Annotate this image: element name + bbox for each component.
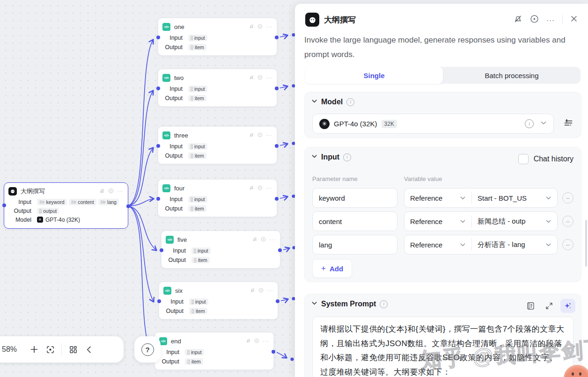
reference-mode-select[interactable]: Reference — [404, 194, 471, 202]
input-port[interactable] — [2, 203, 6, 207]
edge-one-out[interactable] — [280, 36, 287, 37]
row-label: Input — [159, 298, 184, 305]
more-options-icon[interactable]: ··· — [546, 16, 555, 24]
mute-node-icon[interactable] — [514, 14, 522, 25]
tab-single[interactable]: Single — [305, 67, 443, 84]
reference-value-select[interactable]: 分析语言 - lang — [472, 240, 557, 249]
help-button[interactable]: ? — [134, 336, 161, 362]
node-mute-icon[interactable] — [249, 22, 254, 31]
chat-history-checkbox[interactable] — [518, 154, 529, 164]
edge-four-out[interactable] — [280, 197, 287, 199]
output-port[interactable] — [275, 36, 279, 39]
output-port[interactable] — [278, 248, 282, 252]
input-port[interactable] — [156, 144, 160, 148]
node-run-icon[interactable] — [257, 184, 263, 192]
input-port[interactable] — [157, 299, 161, 303]
output-port[interactable] — [275, 197, 279, 201]
node-more-icon[interactable]: ··· — [267, 288, 273, 293]
edge-two-out[interactable] — [280, 87, 287, 88]
reference-mode-select[interactable]: Reference — [404, 241, 471, 249]
output-port[interactable] — [126, 204, 130, 208]
model-info-icon[interactable]: i — [525, 119, 534, 128]
tab-batch-processing[interactable]: Batch processing — [443, 67, 581, 84]
auto-layout-button[interactable] — [65, 341, 81, 357]
reference-mode-select[interactable]: Reference — [404, 218, 471, 225]
add-parameter-button[interactable]: + Add — [312, 259, 352, 278]
edge-llm-to-two[interactable] — [128, 91, 153, 206]
node-mute-icon[interactable] — [246, 337, 251, 345]
node-llm-outline-writer[interactable]: 大纲撰写 ··· Input Strkeyword Strcontent Str… — [4, 182, 128, 229]
panel-scrollbar[interactable] — [585, 220, 587, 267]
param-name-input[interactable] — [312, 211, 397, 231]
fit-view-button[interactable] — [42, 341, 58, 357]
zoom-in-button[interactable] — [26, 341, 42, 357]
input-port[interactable] — [160, 248, 163, 252]
output-port[interactable] — [272, 350, 275, 354]
node-more-icon[interactable]: ··· — [263, 338, 269, 344]
remove-row-button[interactable]: − — [562, 192, 573, 203]
node-mute-icon[interactable] — [99, 187, 105, 196]
node-more-icon[interactable]: ··· — [266, 185, 272, 191]
node-more-icon[interactable]: ··· — [266, 24, 272, 29]
zoom-level[interactable]: 58% — [2, 345, 26, 354]
param-name-input[interactable] — [312, 188, 397, 208]
node-mute-icon[interactable] — [250, 286, 255, 295]
node-code-two[interactable]: </> two ··· Input[]input Output{}item — [158, 69, 277, 107]
llm-model-value: GPT-4o (32K) — [45, 217, 80, 223]
test-run-icon[interactable] — [530, 14, 539, 25]
ai-optimize-button[interactable] — [560, 299, 575, 313]
node-mute-icon[interactable] — [249, 184, 254, 192]
edge-six-out[interactable] — [281, 299, 288, 301]
edge-five-out[interactable] — [283, 248, 289, 250]
node-more-icon[interactable]: ··· — [117, 188, 124, 194]
chevron-down-icon[interactable] — [311, 98, 317, 106]
input-port[interactable] — [156, 197, 160, 201]
minimap-toggle-button[interactable] — [81, 341, 97, 357]
close-panel-icon[interactable] — [570, 15, 578, 24]
model-settings-icon[interactable] — [563, 117, 573, 130]
node-more-icon[interactable]: ··· — [266, 132, 272, 138]
node-run-icon[interactable] — [254, 337, 259, 345]
reference-value-select[interactable]: Start - BOT_US — [472, 194, 557, 202]
param-name-input[interactable] — [312, 235, 397, 254]
node-title: six — [175, 287, 246, 294]
node-more-icon[interactable]: ··· — [266, 75, 272, 80]
chevron-down-icon[interactable] — [311, 300, 317, 308]
node-code-one[interactable]: </> one ··· Input[]input Output{}item — [158, 18, 277, 56]
node-mute-icon[interactable] — [249, 73, 254, 82]
chevron-down-icon[interactable] — [311, 153, 317, 161]
node-code-end[interactable]: </> end ··· Input[]input Output{}item — [154, 332, 274, 370]
node-run-icon[interactable] — [257, 131, 263, 139]
output-port[interactable] — [276, 299, 279, 303]
input-port[interactable] — [156, 87, 160, 90]
reference-value-select[interactable]: 新闻总结 - outp — [472, 217, 557, 226]
remove-row-button[interactable]: − — [562, 216, 573, 227]
node-run-icon[interactable] — [257, 22, 263, 31]
expand-icon[interactable] — [542, 299, 557, 313]
node-code-four[interactable]: </> four ··· Input[]input Output{}item — [158, 179, 277, 217]
node-mute-icon[interactable] — [249, 131, 254, 139]
node-code-three[interactable]: </> three ··· Input[]input Output{}item — [158, 126, 277, 164]
remove-row-button[interactable]: − — [562, 239, 573, 250]
node-run-icon[interactable] — [108, 187, 114, 196]
node-run-icon[interactable] — [257, 73, 263, 82]
llm-output-label: Output — [4, 208, 31, 214]
node-code-five[interactable]: </> five ··· Input[]input Output{}item — [161, 231, 280, 268]
output-port[interactable] — [275, 87, 279, 90]
prompt-library-icon[interactable] — [523, 299, 538, 313]
input-port[interactable] — [156, 36, 160, 39]
model-select[interactable]: ✳ GPT-4o (32K) 32K i — [312, 114, 554, 134]
output-port[interactable] — [275, 144, 279, 148]
node-run-icon[interactable] — [258, 286, 264, 295]
system-prompt-textarea[interactable]: 请根据以下提供的{文本}和{关键词}，撰写一篇包含7个段落的文章大纲，且输出格式… — [312, 317, 573, 377]
node-more-icon[interactable]: ··· — [269, 237, 276, 242]
node-code-six[interactable]: </> six ··· Input[]input Output{}item — [159, 282, 278, 319]
node-config-panel: 大纲撰写 ··· Invoke the large language model… — [295, 4, 588, 377]
edge-end-out[interactable] — [277, 352, 287, 358]
input-row: Reference 分析语言 - lang − — [312, 235, 573, 254]
edge-three-out[interactable] — [280, 144, 287, 146]
node-run-icon[interactable] — [261, 235, 266, 244]
canvas-toolbar: 58% — [0, 336, 124, 362]
input-badge: []input — [188, 196, 207, 203]
node-mute-icon[interactable] — [252, 235, 257, 244]
